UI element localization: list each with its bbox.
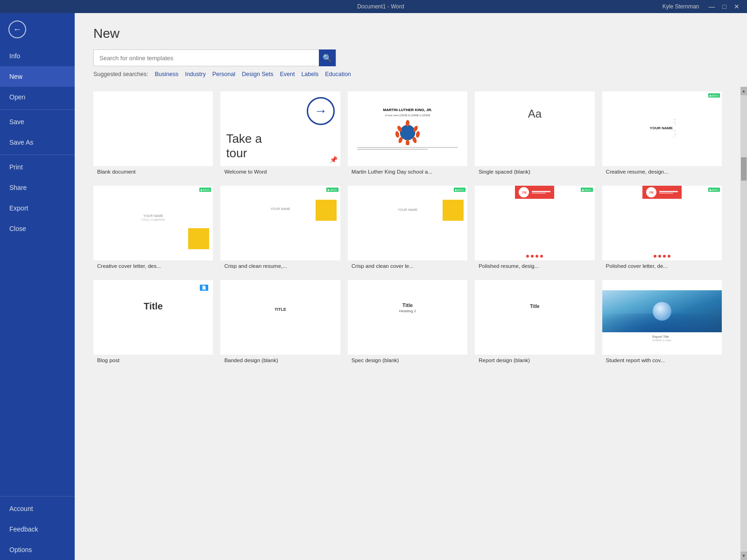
- sidebar-back-button[interactable]: ←: [0, 13, 75, 46]
- moo-badge-creative: ▶MOO: [708, 93, 720, 98]
- template-thumb-report: Title: [475, 280, 594, 355]
- search-input[interactable]: [94, 55, 319, 62]
- sidebar-item-save[interactable]: Save: [0, 112, 75, 132]
- svg-point-7: [416, 131, 420, 138]
- template-crisp-resume[interactable]: ▶MOO YOUR NAME: [220, 186, 340, 273]
- sidebar-item-info[interactable]: Info: [0, 46, 75, 66]
- mlk-graphic: [391, 119, 424, 145]
- template-label-single: Single spaced (blank): [475, 166, 594, 178]
- template-blank[interactable]: Blank document: [93, 91, 213, 178]
- sidebar-nav: Info New Open Save Save As Print Share E…: [0, 46, 75, 494]
- cover1-yourname: YOUR NAME: [143, 214, 163, 217]
- pin-icon: 📌: [330, 156, 338, 163]
- crisp-r-yourname: YOUR NAME: [270, 207, 290, 210]
- suggested-searches: Suggested searches: Business Industry Pe…: [93, 71, 728, 77]
- crisp-c-yourname: YOUR NAME: [398, 208, 417, 211]
- template-crisp-cover[interactable]: ▶MOO YOUR NAME: [348, 186, 467, 273]
- template-thumb-crisp-resume: ▶MOO YOUR NAME: [220, 186, 340, 260]
- template-thumb-single: Aa: [475, 91, 594, 166]
- template-tour[interactable]: → Take atour 📌 Welcome to Word: [220, 91, 340, 178]
- pol-c-yn: YN: [646, 187, 656, 197]
- template-label-crisp-cover: Crisp and clean cover le...: [348, 260, 467, 273]
- template-thumb-mlk: MARTIN LUTHER KING, JR. A true hero [192…: [348, 91, 467, 166]
- maximize-button[interactable]: □: [721, 3, 728, 10]
- template-mlk[interactable]: MARTIN LUTHER KING, JR. A true hero [192…: [348, 91, 467, 178]
- template-thumb-blank: [93, 91, 213, 166]
- pol-c-header: YN: [642, 186, 682, 199]
- mlk-subtitle: A true hero [1929] & [1968] in [2009]: [385, 114, 430, 117]
- template-creative-resume[interactable]: ▶MOO YOUR NAME: [602, 91, 722, 178]
- pol-c-body: [658, 202, 666, 217]
- pol-r-yn: YN: [519, 187, 529, 197]
- template-thumb-polished-resume: ▶MOO YN: [475, 186, 594, 260]
- pol-r-header: YN: [515, 186, 554, 199]
- template-thumb-creative-cover: ▶MOO YOUR NAME TITLE | COMPANY: [93, 186, 213, 260]
- banded-title: TITLE: [275, 307, 286, 312]
- template-report[interactable]: Title: [475, 280, 594, 367]
- suggested-link-personal[interactable]: Personal: [212, 71, 235, 77]
- suggested-link-business[interactable]: Business: [155, 71, 178, 77]
- sidebar-item-export[interactable]: Export: [0, 198, 75, 218]
- sidebar-divider-bottom: [0, 496, 75, 497]
- sidebar-item-print[interactable]: Print: [0, 157, 75, 177]
- template-label-spec: Spec design (blank): [348, 355, 467, 367]
- blank-page: [93, 91, 213, 166]
- suggested-link-design-sets[interactable]: Design Sets: [242, 71, 273, 77]
- title-bar: Document1 - Word Kyle Sternman — □ ✕: [0, 0, 747, 13]
- suggested-link-event[interactable]: Event: [280, 71, 295, 77]
- templates-grid: Blank document → Take atour 📌 Welcome to…: [93, 91, 722, 367]
- suggested-link-labels[interactable]: Labels: [301, 71, 318, 77]
- template-banded[interactable]: TITLE: [220, 280, 340, 367]
- sidebar-item-close[interactable]: Close: [0, 218, 75, 239]
- template-student-report[interactable]: Report Title Subtitle or topic Student r…: [602, 280, 722, 367]
- template-label-crisp-resume: Crisp and clean resume,...: [220, 260, 340, 273]
- close-button[interactable]: ✕: [732, 3, 741, 10]
- app-body: ← Info New Open Save Save As Print Share…: [0, 13, 747, 560]
- student-report-text: Report Title: [652, 335, 671, 338]
- sidebar-divider-1: [0, 109, 75, 110]
- report-title: Title: [530, 304, 539, 309]
- template-thumb-tour: → Take atour 📌: [220, 91, 340, 166]
- search-button[interactable]: 🔍: [319, 49, 336, 66]
- window-controls: — □ ✕: [707, 3, 741, 10]
- template-thumb-creative-resume: ▶MOO YOUR NAME: [602, 91, 722, 166]
- template-label-banded: Banded design (blank): [220, 355, 340, 367]
- template-blog[interactable]: 📄 Title: [93, 280, 213, 367]
- crisp-r-yellow: [316, 200, 337, 221]
- suggested-link-education[interactable]: Education: [325, 71, 351, 77]
- sidebar-item-open[interactable]: Open: [0, 87, 75, 107]
- spec-heading: Heading 2: [399, 309, 416, 313]
- moo-badge-cover1: ▶MOO: [199, 188, 211, 192]
- sidebar-item-options[interactable]: Options: [0, 539, 75, 560]
- sidebar: ← Info New Open Save Save As Print Share…: [0, 13, 75, 560]
- template-single-spaced[interactable]: Aa: [475, 91, 594, 178]
- sidebar-item-save-as[interactable]: Save As: [0, 132, 75, 153]
- pol-c-dots: [650, 252, 674, 260]
- template-label-mlk: Martin Luther King Day school a...: [348, 166, 467, 178]
- spec-title: Title: [402, 302, 413, 308]
- template-thumb-blog: 📄 Title: [93, 280, 213, 355]
- template-polished-resume[interactable]: ▶MOO YN: [475, 186, 594, 273]
- sidebar-item-account[interactable]: Account: [0, 498, 75, 519]
- sidebar-item-feedback[interactable]: Feedback: [0, 519, 75, 539]
- single-aa-text: Aa: [528, 107, 542, 120]
- scroll-thumb[interactable]: [741, 157, 747, 181]
- template-label-polished-cover: Polished cover letter, de...: [602, 260, 722, 273]
- template-thumb-polished-cover: ▶MOO YN: [602, 186, 722, 260]
- cover1-yellow-block: [188, 228, 209, 249]
- templates-area: Blank document → Take atour 📌 Welcome to…: [75, 87, 740, 560]
- template-polished-cover[interactable]: ▶MOO YN: [602, 186, 722, 273]
- sidebar-item-share[interactable]: Share: [0, 177, 75, 198]
- suggested-link-industry[interactable]: Industry: [185, 71, 205, 77]
- minimize-button[interactable]: —: [707, 3, 717, 10]
- search-box: 🔍: [93, 49, 336, 66]
- sidebar-bottom: Account Feedback Options: [0, 494, 75, 560]
- template-creative-cover[interactable]: ▶MOO YOUR NAME TITLE | COMPANY: [93, 186, 213, 273]
- template-spec[interactable]: Title Heading 2: [348, 280, 467, 367]
- vertical-scrollbar[interactable]: ▲ ▼: [740, 87, 747, 560]
- sidebar-item-new[interactable]: New: [0, 66, 75, 87]
- cr-your-name: YOUR NAME: [650, 126, 673, 130]
- scroll-up-button[interactable]: ▲: [740, 87, 747, 95]
- back-circle-icon[interactable]: ←: [8, 21, 26, 38]
- scroll-down-button[interactable]: ▼: [740, 552, 747, 560]
